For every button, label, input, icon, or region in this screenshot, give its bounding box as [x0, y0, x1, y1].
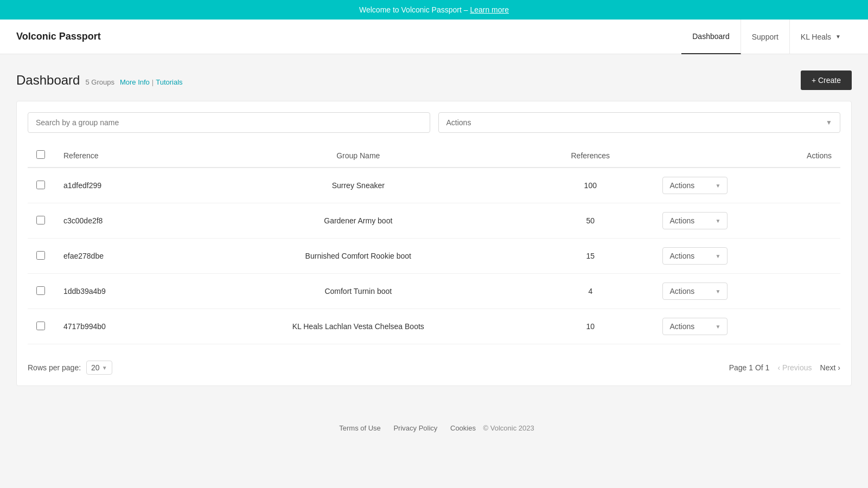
row-actions-button-1[interactable]: Actions ▼ — [662, 212, 727, 229]
create-button[interactable]: + Create — [801, 70, 852, 90]
rows-select-arrow: ▼ — [102, 365, 107, 371]
row-group-name: KL Heals Lachlan Vesta Chelsea Boots — [189, 309, 527, 344]
row-group-name: Burnished Comfort Rookie boot — [189, 239, 527, 274]
cookies-link[interactable]: Cookies — [450, 424, 476, 432]
row-reference: 1ddb39a4b9 — [55, 274, 189, 309]
row-references-count: 100 — [527, 168, 654, 203]
table-header-row: Reference Group Name References Actions — [28, 144, 840, 168]
pagination-bar: Rows per page: 20 ▼ Page 1 Of 1 ‹ Previo… — [28, 355, 840, 375]
row-references-count: 15 — [527, 239, 654, 274]
row-checkbox-cell — [28, 239, 55, 274]
banner-link[interactable]: Learn more — [470, 5, 509, 14]
row-actions-cell: Actions ▼ — [654, 203, 840, 239]
dashboard-title-area: Dashboard 5 Groups More Info | Tutorials — [16, 73, 183, 88]
row-actions-cell: Actions ▼ — [654, 239, 840, 274]
logo: Volconic Passport — [16, 31, 101, 42]
row-reference: c3c00de2f8 — [55, 203, 189, 239]
groups-count: 5 Groups — [85, 78, 114, 86]
rows-per-page-select[interactable]: 20 ▼ — [86, 361, 112, 375]
row-reference: a1dfedf299 — [55, 168, 189, 203]
row-reference: 4717b994b0 — [55, 309, 189, 344]
nav-item-support[interactable]: Support — [741, 20, 790, 54]
previous-arrow: ‹ — [777, 363, 780, 372]
next-arrow: › — [838, 363, 840, 372]
row-actions-button-3[interactable]: Actions ▼ — [662, 282, 727, 300]
account-dropdown-arrow: ▼ — [835, 34, 841, 40]
col-header-checkbox — [28, 144, 55, 168]
rows-per-page-value: 20 — [91, 363, 100, 372]
row-checkbox-4[interactable] — [36, 322, 45, 330]
top-banner: Welcome to Volconic Passport – Learn mor… — [0, 0, 868, 20]
rows-per-page-label: Rows per page: — [28, 363, 81, 372]
dashboard-links: More Info | Tutorials — [120, 78, 183, 86]
pagination-controls: Page 1 Of 1 ‹ Previous Next › — [729, 363, 840, 372]
row-checkbox-cell — [28, 274, 55, 309]
privacy-link[interactable]: Privacy Policy — [393, 424, 437, 432]
actions-dropdown-label: Actions — [446, 118, 471, 127]
search-input[interactable] — [28, 112, 430, 133]
main-card: Actions ▼ Reference Group Name — [16, 101, 852, 386]
copyright: © Volconic 2023 — [483, 424, 534, 432]
table-row: a1dfedf299 Surrey Sneaker 100 Actions ▼ — [28, 168, 840, 203]
main-content: Dashboard 5 Groups More Info | Tutorials… — [0, 54, 868, 397]
nav-item-account[interactable]: KL Heals ▼ — [790, 20, 852, 54]
col-header-reference: Reference — [55, 144, 189, 168]
table-row: c3c00de2f8 Gardener Army boot 50 Actions… — [28, 203, 840, 239]
col-header-references: References — [527, 144, 654, 168]
main-nav: Dashboard Support KL Heals ▼ — [681, 20, 852, 54]
actions-dropdown[interactable]: Actions ▼ — [438, 112, 841, 133]
row-actions-arrow-3: ▼ — [715, 288, 720, 294]
page-info: Page 1 Of 1 — [729, 363, 770, 372]
row-group-name: Comfort Turnin boot — [189, 274, 527, 309]
footer: Terms of Use Privacy Policy Cookies © Vo… — [0, 408, 868, 448]
row-actions-button-0[interactable]: Actions ▼ — [662, 177, 727, 194]
select-all-checkbox[interactable] — [36, 150, 45, 159]
row-checkbox-cell — [28, 168, 55, 203]
row-actions-button-4[interactable]: Actions ▼ — [662, 318, 727, 335]
tutorials-link[interactable]: Tutorials — [156, 78, 182, 86]
table-body: a1dfedf299 Surrey Sneaker 100 Actions ▼ … — [28, 168, 840, 344]
row-group-name: Surrey Sneaker — [189, 168, 527, 203]
row-references-count: 4 — [527, 274, 654, 309]
dashboard-header: Dashboard 5 Groups More Info | Tutorials… — [16, 70, 852, 90]
row-actions-arrow-0: ▼ — [715, 183, 720, 189]
nav-item-dashboard[interactable]: Dashboard — [681, 20, 741, 54]
row-actions-button-2[interactable]: Actions ▼ — [662, 247, 727, 265]
search-actions-bar: Actions ▼ — [28, 112, 840, 133]
row-reference: efae278dbe — [55, 239, 189, 274]
table-row: 4717b994b0 KL Heals Lachlan Vesta Chelse… — [28, 309, 840, 344]
table-row: 1ddb39a4b9 Comfort Turnin boot 4 Actions… — [28, 274, 840, 309]
row-checkbox-cell — [28, 309, 55, 344]
row-references-count: 10 — [527, 309, 654, 344]
row-actions-cell: Actions ▼ — [654, 309, 840, 344]
more-info-link[interactable]: More Info — [120, 78, 150, 86]
row-checkbox-0[interactable] — [36, 181, 45, 189]
row-group-name: Gardener Army boot — [189, 203, 527, 239]
dashboard-title: Dashboard — [16, 73, 80, 88]
row-actions-arrow-4: ▼ — [715, 324, 720, 330]
row-actions-cell: Actions ▼ — [654, 274, 840, 309]
row-actions-cell: Actions ▼ — [654, 168, 840, 203]
table-header: Reference Group Name References Actions — [28, 144, 840, 168]
terms-link[interactable]: Terms of Use — [339, 424, 381, 432]
banner-text: Welcome to Volconic Passport – — [359, 5, 470, 14]
row-actions-arrow-1: ▼ — [715, 218, 720, 224]
header: Volconic Passport Dashboard Support KL H… — [0, 20, 868, 54]
actions-dropdown-arrow: ▼ — [826, 119, 832, 126]
row-checkbox-1[interactable] — [36, 216, 45, 224]
row-checkbox-2[interactable] — [36, 251, 45, 260]
previous-button[interactable]: ‹ Previous — [777, 363, 812, 372]
rows-per-page: Rows per page: 20 ▼ — [28, 361, 112, 375]
row-actions-arrow-2: ▼ — [715, 253, 720, 259]
row-checkbox-cell — [28, 203, 55, 239]
next-button[interactable]: Next › — [820, 363, 840, 372]
row-references-count: 50 — [527, 203, 654, 239]
col-header-group-name: Group Name — [189, 144, 527, 168]
col-header-actions: Actions — [654, 144, 840, 168]
row-checkbox-3[interactable] — [36, 286, 45, 295]
data-table: Reference Group Name References Actions — [28, 144, 840, 344]
table-row: efae278dbe Burnished Comfort Rookie boot… — [28, 239, 840, 274]
